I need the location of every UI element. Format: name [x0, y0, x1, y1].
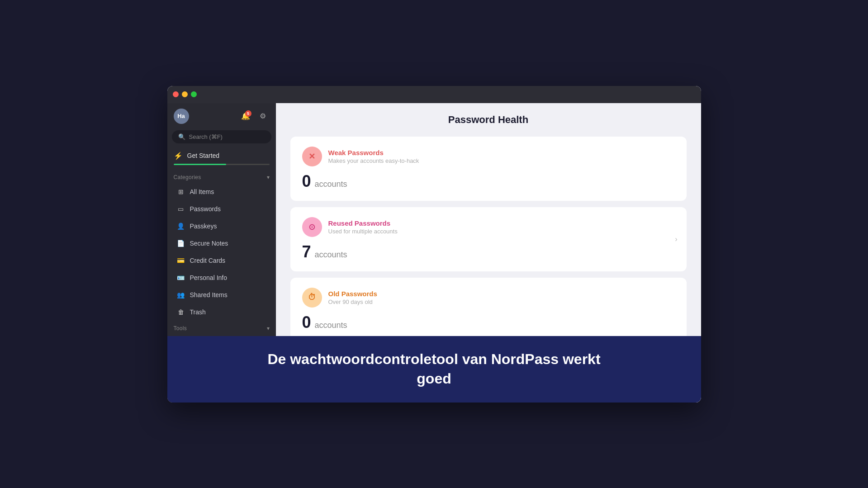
overlay-text-line1: De wachtwoordcontroletool van NordPass w… — [267, 351, 600, 367]
weak-passwords-title: Weak Passwords — [328, 149, 419, 156]
header-icons: 🔔 5 ⚙ — [239, 109, 270, 123]
sidebar-item-all-items[interactable]: ⊞ All Items — [170, 184, 273, 200]
overlay-text-line2: goed — [417, 370, 451, 387]
reused-passwords-count-row: 7 accounts — [302, 242, 675, 261]
shared-items-icon: 👥 — [176, 290, 185, 299]
close-button[interactable] — [173, 91, 179, 97]
personal-info-label: Personal Info — [190, 274, 228, 281]
overlay-text: De wachtwoordcontroletool van NordPass w… — [185, 350, 683, 389]
reused-passwords-count: 7 — [302, 242, 311, 261]
sidebar-item-trash[interactable]: 🗑 Trash — [170, 304, 273, 320]
gear-icon: ⚙ — [260, 112, 266, 120]
avatar[interactable]: Ha — [174, 109, 189, 124]
lightning-icon: ⚡ — [174, 152, 183, 160]
passkeys-label: Passkeys — [190, 223, 217, 230]
progress-bar-fill — [174, 164, 227, 165]
reused-passwords-icon: ⊙ — [308, 222, 315, 232]
weak-passwords-icon: ✕ — [308, 152, 315, 161]
settings-button[interactable]: ⚙ — [256, 109, 270, 123]
tools-chevron-icon[interactable]: ▾ — [267, 325, 270, 332]
old-passwords-subtitle: Over 90 days old — [328, 298, 377, 305]
weak-passwords-count-label: accounts — [315, 180, 347, 189]
trash-label: Trash — [190, 308, 206, 316]
sidebar-item-secure-notes[interactable]: 📄 Secure Notes — [170, 235, 273, 251]
shared-items-label: Shared Items — [190, 291, 228, 298]
minimize-button[interactable] — [182, 91, 188, 97]
page-title: Password Health — [290, 114, 687, 126]
old-passwords-text: Old Passwords Over 90 days old — [328, 290, 377, 305]
passkeys-icon: 👤 — [176, 222, 185, 231]
all-items-label: All Items — [190, 188, 214, 195]
get-started-section: ⚡ Get Started — [167, 148, 276, 170]
app-window: Ha 🔔 5 ⚙ 🔍 Search (⌘F) — [167, 86, 701, 403]
weak-passwords-count-row: 0 accounts — [302, 172, 675, 191]
maximize-button[interactable] — [191, 91, 197, 97]
reused-passwords-text: Reused Passwords Used for multiple accou… — [328, 219, 398, 235]
progress-bar — [174, 164, 270, 165]
reused-passwords-header: ⊙ Reused Passwords Used for multiple acc… — [302, 217, 675, 237]
credit-cards-icon: 💳 — [176, 256, 185, 265]
old-passwords-header: ⏱ Old Passwords Over 90 days old — [302, 288, 675, 308]
secure-notes-label: Secure Notes — [190, 240, 228, 247]
passwords-label: Passwords — [190, 205, 221, 213]
weak-passwords-icon-circle: ✕ — [302, 147, 322, 166]
weak-passwords-card[interactable]: ✕ Weak Passwords Makes your accounts eas… — [290, 137, 687, 201]
old-passwords-title: Old Passwords — [328, 290, 377, 298]
sidebar-header: Ha 🔔 5 ⚙ — [167, 103, 276, 128]
categories-chevron-icon[interactable]: ▾ — [267, 174, 270, 180]
sidebar-item-passwords[interactable]: ▭ Passwords — [170, 201, 273, 217]
sidebar-item-shared-items[interactable]: 👥 Shared Items — [170, 287, 273, 303]
reused-passwords-chevron-icon: › — [675, 235, 677, 243]
credit-cards-label: Credit Cards — [190, 257, 226, 264]
reused-passwords-card[interactable]: ⊙ Reused Passwords Used for multiple acc… — [290, 207, 687, 271]
categories-label: Categories — [174, 174, 201, 180]
categories-header: Categories ▾ — [167, 170, 276, 183]
get-started-item[interactable]: ⚡ Get Started — [174, 150, 270, 162]
notification-badge: 5 — [245, 110, 251, 117]
weak-passwords-subtitle: Makes your accounts easy-to-hack — [328, 157, 419, 164]
reused-passwords-subtitle: Used for multiple accounts — [328, 228, 398, 235]
search-placeholder: Search (⌘F) — [189, 133, 223, 140]
trash-icon: 🗑 — [176, 308, 185, 317]
reused-passwords-title: Reused Passwords — [328, 219, 398, 227]
search-bar[interactable]: 🔍 Search (⌘F) — [172, 130, 271, 143]
search-icon: 🔍 — [178, 133, 185, 140]
secure-notes-icon: 📄 — [176, 239, 185, 248]
traffic-lights — [173, 91, 197, 97]
weak-passwords-text: Weak Passwords Makes your accounts easy-… — [328, 149, 419, 164]
sidebar-item-personal-info[interactable]: 🪪 Personal Info — [170, 270, 273, 286]
notifications-button[interactable]: 🔔 5 — [239, 109, 252, 123]
get-started-label: Get Started — [187, 152, 220, 159]
old-passwords-count: 0 — [302, 313, 311, 332]
old-passwords-icon-circle: ⏱ — [302, 288, 322, 308]
old-passwords-count-label: accounts — [315, 321, 347, 330]
sidebar-item-credit-cards[interactable]: 💳 Credit Cards — [170, 252, 273, 269]
title-bar — [167, 86, 701, 103]
passwords-icon: ▭ — [176, 204, 185, 213]
old-passwords-count-row: 0 accounts — [302, 313, 675, 332]
personal-info-icon: 🪪 — [176, 273, 185, 282]
weak-passwords-count: 0 — [302, 172, 311, 191]
old-passwords-icon: ⏱ — [308, 293, 316, 302]
tools-header: Tools ▾ — [167, 321, 276, 334]
weak-passwords-header: ✕ Weak Passwords Makes your accounts eas… — [302, 147, 675, 166]
all-items-icon: ⊞ — [176, 187, 185, 196]
tools-label: Tools — [174, 325, 187, 332]
reused-passwords-count-label: accounts — [315, 250, 347, 260]
bottom-overlay: De wachtwoordcontroletool van NordPass w… — [167, 336, 701, 402]
reused-passwords-icon-circle: ⊙ — [302, 217, 322, 237]
sidebar-item-passkeys[interactable]: 👤 Passkeys — [170, 218, 273, 234]
old-passwords-card[interactable]: ⏱ Old Passwords Over 90 days old 0 accou… — [290, 278, 687, 342]
